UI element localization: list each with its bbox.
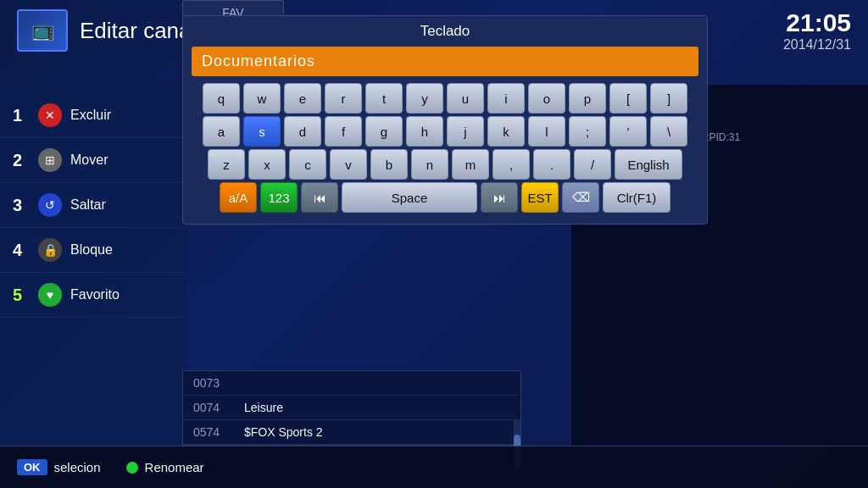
item-num-1: 1 (13, 106, 30, 125)
key-backslash[interactable]: \ (650, 116, 687, 147)
sidebar-item-excluir[interactable]: 1 ✕ Excluir (0, 93, 186, 138)
bloque-icon: 🔒 (38, 238, 62, 262)
key-p[interactable]: p (569, 83, 606, 114)
key-z[interactable]: z (208, 149, 245, 180)
key-u[interactable]: u (447, 83, 484, 114)
sidebar-item-mover[interactable]: 2 ⊞ Mover (0, 138, 186, 183)
key-quote[interactable]: ' (609, 116, 647, 147)
channel-list: 0073 0074 Leisure 0574 $FOX Sports 2 (182, 370, 521, 446)
key-s[interactable]: s (243, 116, 281, 147)
header-right: 21:05 2014/12/31 (783, 8, 851, 53)
key-a[interactable]: a (203, 116, 240, 147)
key-d[interactable]: d (284, 116, 321, 147)
key-h[interactable]: h (406, 116, 443, 147)
key-q[interactable]: q (203, 83, 240, 114)
saltar-label: Saltar (70, 197, 106, 213)
key-lbracket[interactable]: [ (609, 83, 647, 114)
status-select: OK selecion (17, 459, 101, 475)
key-o[interactable]: o (528, 83, 565, 114)
key-n[interactable]: n (411, 149, 448, 180)
key-g[interactable]: g (365, 116, 403, 147)
sidebar-item-favorito[interactable]: 5 ♥ Favorito (0, 273, 186, 318)
scrollbar[interactable] (514, 420, 520, 444)
favorito-label: Favorito (70, 287, 120, 302)
keyboard-row-3: z x c v b n m , . / English (190, 149, 700, 180)
saltar-icon: ↺ (38, 193, 62, 217)
green-dot-icon (126, 462, 138, 474)
key-comma[interactable]: , (492, 149, 530, 180)
current-date: 2014/12/31 (783, 37, 851, 53)
keyboard-input[interactable]: Documentarios (192, 47, 698, 76)
key-period[interactable]: . (533, 149, 570, 180)
page-title: Editar canal (80, 18, 196, 44)
keyboard-overlay: Teclado Documentarios q w e r t y u i o … (182, 15, 708, 225)
item-num-3: 3 (13, 196, 30, 215)
key-english[interactable]: English (615, 149, 682, 180)
channel-num: 0574 (193, 425, 244, 439)
key-r[interactable]: r (325, 83, 362, 114)
keyboard-row-2: a s d f g h j k l ; ' \ (190, 116, 700, 147)
key-c[interactable]: c (289, 149, 326, 180)
key-aA[interactable]: a/A (220, 182, 257, 213)
excluir-label: Excluir (70, 108, 111, 123)
channel-num: 0074 (193, 401, 244, 414)
channel-row-0074[interactable]: 0074 Leisure (183, 396, 520, 420)
header-left: 📺 Editar canal (17, 9, 196, 52)
favorito-icon: ♥ (38, 283, 62, 307)
key-w[interactable]: w (243, 83, 281, 114)
key-rewind[interactable]: ⏮ (301, 182, 338, 213)
rename-label: Renomear (145, 460, 204, 474)
keyboard-title: Teclado (183, 16, 707, 47)
key-i[interactable]: i (487, 83, 525, 114)
channel-name: Leisure (244, 401, 283, 414)
keyboard-row-1: q w e r t y u i o p [ ] (190, 83, 700, 114)
channel-num: 0073 (193, 376, 244, 390)
bloque-label: Bloque (70, 242, 113, 258)
key-x[interactable]: x (248, 149, 286, 180)
key-m[interactable]: m (452, 149, 489, 180)
key-l[interactable]: l (528, 116, 565, 147)
status-rename: Renomear (126, 460, 204, 474)
sidebar: 1 ✕ Excluir 2 ⊞ Mover 3 ↺ Saltar 4 🔒 Blo… (0, 85, 186, 446)
excluir-icon: ✕ (38, 103, 62, 127)
key-k[interactable]: k (487, 116, 525, 147)
key-j[interactable]: j (447, 116, 484, 147)
key-t[interactable]: t (365, 83, 403, 114)
item-num-5: 5 (13, 286, 30, 305)
key-est[interactable]: EST (521, 182, 559, 213)
keyboard-row-bottom: a/A 123 ⏮ Space ⏭ EST ⌫ Clr(F1) (190, 182, 700, 213)
mover-label: Mover (70, 152, 108, 168)
key-clr[interactable]: Clr(F1) (603, 182, 670, 213)
key-f[interactable]: f (325, 116, 362, 147)
mover-icon: ⊞ (38, 148, 62, 172)
sidebar-item-bloque[interactable]: 4 🔒 Bloque (0, 228, 186, 273)
key-space[interactable]: Space (342, 182, 477, 213)
channel-row-0073[interactable]: 0073 (183, 371, 520, 396)
status-bar: OK selecion Renomear (0, 446, 868, 488)
sidebar-item-saltar[interactable]: 3 ↺ Saltar (0, 183, 186, 228)
item-num-4: 4 (13, 241, 30, 260)
logo-icon: 📺 (17, 9, 68, 52)
ok-badge: OK (17, 459, 47, 475)
key-v[interactable]: v (330, 149, 367, 180)
key-123[interactable]: 123 (260, 182, 298, 213)
key-slash[interactable]: / (574, 149, 611, 180)
channel-row-0574[interactable]: 0574 $FOX Sports 2 (183, 420, 520, 445)
key-backspace[interactable]: ⌫ (562, 182, 599, 213)
current-time: 21:05 (783, 8, 851, 37)
key-semicolon[interactable]: ; (569, 116, 606, 147)
key-rbracket[interactable]: ] (650, 83, 687, 114)
item-num-2: 2 (13, 151, 30, 170)
key-b[interactable]: b (370, 149, 408, 180)
key-y[interactable]: y (406, 83, 443, 114)
key-e[interactable]: e (284, 83, 321, 114)
key-forward[interactable]: ⏭ (481, 182, 518, 213)
select-label: selecion (54, 460, 101, 474)
channel-name: $FOX Sports 2 (244, 425, 323, 439)
